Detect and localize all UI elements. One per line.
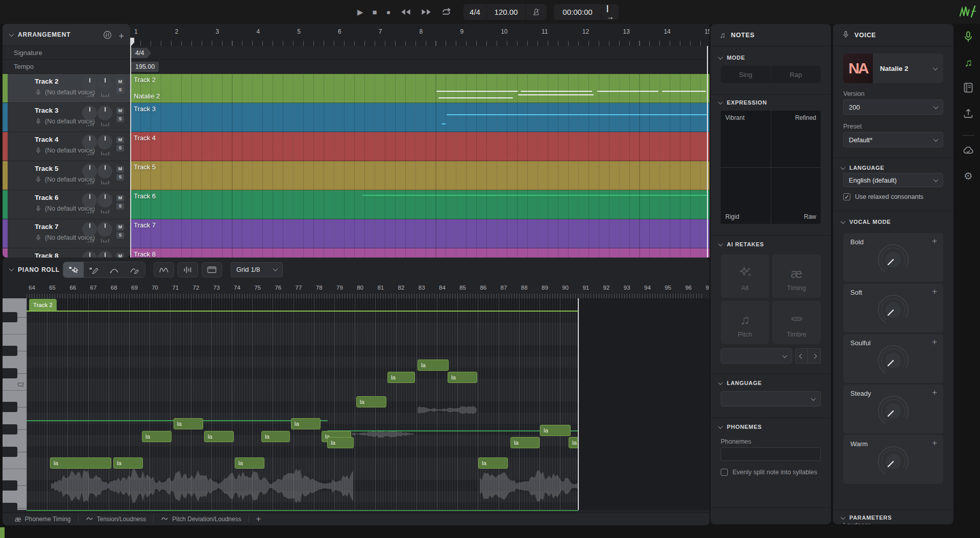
note[interactable]: la bbox=[510, 437, 540, 448]
rewind-icon[interactable] bbox=[400, 9, 411, 15]
note[interactable]: la bbox=[204, 431, 234, 442]
mute-button[interactable]: M bbox=[116, 195, 124, 201]
metronome-icon[interactable] bbox=[526, 4, 547, 20]
track-row[interactable]: Track 7(No default voice)MS bbox=[3, 219, 130, 248]
note[interactable]: la bbox=[448, 372, 477, 383]
add-vocal-mode-automation-button[interactable]: + bbox=[932, 337, 937, 347]
vocal-mode-knob[interactable] bbox=[873, 393, 914, 431]
mute-button[interactable]: M bbox=[116, 108, 124, 114]
timeline-lane[interactable]: Track 7 bbox=[130, 219, 709, 248]
split-syllables-checkbox[interactable]: Evenly split note into syllables bbox=[721, 469, 817, 476]
retake-prev-button[interactable] bbox=[795, 348, 808, 364]
mode-sing-button[interactable]: Sing bbox=[721, 66, 771, 83]
black-key[interactable] bbox=[3, 503, 17, 510]
voice-selector[interactable]: NA Natalie 2 bbox=[843, 54, 943, 83]
record-button[interactable]: ● bbox=[386, 8, 391, 16]
timeline-ruler[interactable]: 123456789101112131415 bbox=[130, 24, 709, 46]
mute-button[interactable]: M bbox=[116, 137, 124, 143]
piano-roll-ruler[interactable]: 6465666768697071727374757677787980818283… bbox=[3, 281, 709, 298]
phonemes-input[interactable] bbox=[721, 447, 821, 461]
note[interactable]: la bbox=[113, 457, 143, 469]
vocal-mode-knob[interactable] bbox=[873, 342, 914, 381]
pan-knob[interactable] bbox=[97, 135, 112, 149]
add-vocal-mode-automation-button[interactable]: + bbox=[932, 388, 937, 398]
stop-button[interactable]: ■ bbox=[373, 8, 377, 16]
timeline-lane[interactable]: Track 3 bbox=[130, 103, 709, 132]
solo-button[interactable]: S bbox=[116, 116, 124, 122]
tool-draw-notes[interactable] bbox=[84, 262, 104, 277]
note[interactable]: la bbox=[569, 437, 578, 448]
settings-icon[interactable]: ⚙ bbox=[957, 170, 980, 182]
tab-pitch-deviation-loudness[interactable]: Pitch Deviation/Loudness bbox=[154, 513, 248, 525]
expression-xy-pad[interactable]: Vibrant Refined Rigid Raw bbox=[721, 111, 821, 224]
mode-section-header[interactable]: MODE bbox=[719, 55, 745, 61]
note[interactable]: la bbox=[291, 418, 321, 429]
toggle-clip-display[interactable] bbox=[202, 262, 222, 277]
playhead-follow-icon[interactable]: |→ bbox=[602, 4, 619, 20]
expression-section-header[interactable]: EXPRESSION bbox=[719, 99, 767, 106]
export-icon[interactable] bbox=[957, 108, 980, 119]
volume-knob[interactable] bbox=[82, 222, 97, 237]
note-language-section-header[interactable]: LANGUAGE bbox=[719, 380, 762, 386]
black-key[interactable] bbox=[3, 312, 17, 322]
timeline-lane[interactable]: Track 5 bbox=[130, 161, 709, 190]
voice-language-select[interactable]: English (default) bbox=[843, 173, 943, 187]
piano-keys[interactable]: C2 bbox=[3, 298, 27, 510]
volume-knob[interactable] bbox=[82, 106, 97, 120]
pan-knob[interactable] bbox=[97, 251, 112, 258]
signature-row[interactable]: Signature bbox=[3, 46, 130, 60]
pan-knob[interactable] bbox=[97, 193, 112, 208]
tab-phoneme-timing[interactable]: æPhoneme Timing bbox=[8, 513, 78, 525]
solo-button[interactable]: S bbox=[116, 203, 124, 210]
timeline-signature-row[interactable]: 4/4 bbox=[130, 46, 709, 60]
black-key[interactable] bbox=[3, 447, 17, 457]
track-row[interactable]: Track 2(No default voice)MS bbox=[3, 74, 130, 103]
note[interactable]: la bbox=[387, 372, 415, 383]
volume-knob[interactable] bbox=[82, 251, 97, 258]
retake-timbre-button[interactable]: Timbre bbox=[772, 301, 821, 344]
pan-knob[interactable] bbox=[97, 76, 112, 91]
mode-rap-button[interactable]: Rap bbox=[771, 66, 821, 83]
volume-knob[interactable] bbox=[82, 135, 97, 149]
black-key[interactable] bbox=[3, 346, 17, 356]
pan-knob[interactable] bbox=[97, 222, 112, 237]
loop-icon[interactable] bbox=[441, 8, 452, 16]
retake-all-button[interactable]: All bbox=[721, 254, 769, 298]
note[interactable]: la bbox=[327, 437, 354, 448]
retake-timing-button[interactable]: æTiming bbox=[772, 254, 821, 298]
black-key[interactable] bbox=[3, 424, 17, 434]
tempo-row[interactable]: Tempo bbox=[3, 60, 130, 74]
retake-next-button[interactable] bbox=[808, 348, 821, 364]
track-row[interactable]: Track 6(No default voice)MS bbox=[3, 190, 130, 219]
solo-button[interactable]: S bbox=[116, 145, 124, 151]
timeline-lane[interactable]: Track 4 bbox=[130, 132, 709, 161]
library-icon[interactable] bbox=[957, 82, 980, 93]
ai-retakes-section-header[interactable]: AI RETAKES bbox=[719, 241, 764, 247]
add-vocal-mode-automation-button[interactable]: + bbox=[932, 236, 937, 246]
volume-knob[interactable] bbox=[82, 76, 97, 91]
tab-tension-loudness[interactable]: Tension/Loudness bbox=[79, 513, 154, 525]
note[interactable]: la bbox=[174, 418, 203, 429]
black-key[interactable] bbox=[3, 480, 17, 491]
track-row[interactable]: Track 3(No default voice)MS bbox=[3, 103, 130, 132]
note[interactable]: la bbox=[356, 396, 386, 407]
vocal-mode-knob[interactable] bbox=[873, 292, 914, 330]
note-grid[interactable]: lalalalalalalalalalalalalalalalalala bbox=[27, 298, 578, 510]
mute-button[interactable]: M bbox=[116, 224, 124, 230]
track-row[interactable]: Track 8(No default voice)MS bbox=[3, 248, 130, 258]
pan-knob[interactable] bbox=[97, 164, 112, 178]
mute-button[interactable]: M bbox=[116, 79, 124, 85]
note[interactable]: la bbox=[50, 457, 111, 469]
pan-knob[interactable] bbox=[97, 106, 112, 120]
note[interactable]: la bbox=[142, 431, 172, 442]
tool-draw-curve[interactable] bbox=[104, 262, 125, 277]
track-row[interactable]: Track 5(No default voice)MS bbox=[3, 161, 130, 190]
music-notes-icon[interactable]: ♫ bbox=[957, 57, 980, 69]
timeline-lane[interactable]: Track 8 bbox=[130, 248, 709, 258]
add-track-button[interactable]: + bbox=[118, 32, 124, 40]
grid-select[interactable]: Grid 1/8 bbox=[231, 262, 283, 277]
retake-pitch-button[interactable]: ♫Pitch bbox=[721, 301, 769, 344]
solo-button[interactable]: S bbox=[116, 232, 124, 239]
black-key[interactable] bbox=[3, 402, 17, 412]
note-language-select[interactable] bbox=[721, 391, 821, 406]
